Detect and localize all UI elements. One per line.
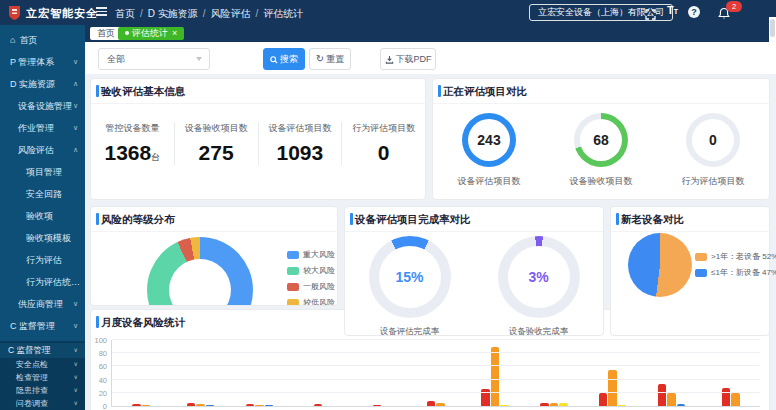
close-icon[interactable]: ×	[172, 28, 177, 38]
sidebar-submenu-item[interactable]: 问卷调查∨	[0, 397, 85, 410]
chevron-up-icon: ∧	[73, 139, 78, 161]
gauge-chart: 15%	[369, 236, 451, 318]
monthly-bar-plot: 2023-102023-112023-122024-012024-022024-…	[111, 340, 760, 407]
y-axis-tick-label: 20	[91, 389, 107, 398]
legend-label: ≤1年：新设备 47%	[711, 267, 776, 278]
card-new-old: 新老设备对比 >1年：老设备 52% ≤1年：新设备 47%	[610, 206, 770, 336]
stat-managed-devices: 管控设备数量 1368台	[91, 122, 175, 165]
gauge-row: 15% 设备评估完成率 3% 设备验收完成率	[345, 236, 603, 338]
sidebar-item[interactable]: 设备设施管理∨	[0, 95, 85, 117]
ring-label: 设备验收项目数	[545, 175, 657, 188]
reset-button[interactable]: ↻重置	[309, 48, 351, 70]
sidebar-item[interactable]: D 实施资源∧	[0, 73, 85, 95]
sidebar-menu: ⌂首页P 管理体系∨D 实施资源∧设备设施管理∨作业管理∨风险评估∧项目管理安全…	[0, 25, 85, 337]
bar-较大风险	[550, 403, 559, 406]
bar-group: 2024-04	[465, 340, 524, 406]
sidebar-submenu-item[interactable]: 检查管理∨	[0, 371, 85, 384]
sidebar-submenu-item[interactable]: 安全点检∨	[0, 358, 85, 371]
stat-assessment-items: 设备评估项目数 1093	[259, 122, 343, 165]
font-size-icon[interactable]: TT	[667, 4, 678, 16]
sidebar-item[interactable]: 行为评估统…	[0, 271, 85, 293]
y-axis-tick-label: 80	[91, 349, 107, 358]
gridline	[112, 365, 760, 366]
sidebar-item-label: 项目管理	[26, 167, 62, 177]
sidebar-item[interactable]: 行为评估	[0, 249, 85, 271]
bar-重大风险	[427, 401, 436, 406]
download-pdf-button[interactable]: 下载PDF	[380, 48, 436, 70]
breadcrumb-item[interactable]: 评估统计	[263, 8, 303, 19]
risk-donut-chart	[147, 237, 253, 306]
bar-较低风险	[677, 404, 686, 406]
ring-device-acceptance: 68 设备验收项目数	[545, 113, 657, 188]
sidebar-item-label: 验收项模板	[26, 233, 71, 243]
sidebar-submenu-item[interactable]: 隐患排查∨	[0, 384, 85, 397]
sidebar-item-label: 供应商管理	[18, 299, 63, 309]
menu-collapse-icon[interactable]	[96, 7, 107, 18]
bar-重大风险	[599, 393, 608, 406]
sidebar-submenu-header[interactable]: C 监督管理∨	[0, 343, 85, 358]
chevron-down-icon: ∨	[73, 51, 78, 73]
bar-重大风险	[132, 404, 141, 406]
bar-group: 2023-12	[230, 340, 289, 406]
bar-group: 2024-01	[289, 340, 348, 406]
sidebar-item-label: 首页	[19, 35, 37, 45]
tab-assessment-stats[interactable]: 评估统计×	[118, 27, 184, 40]
home-icon: ⌂	[10, 35, 15, 45]
search-button[interactable]: 搜索	[263, 48, 305, 70]
breadcrumb-item[interactable]: D 实施资源	[148, 8, 198, 19]
sidebar-item[interactable]: C 监督管理∨	[0, 315, 85, 337]
legend-swatch	[287, 299, 299, 307]
ring-chart: 243	[462, 113, 516, 167]
sidebar-item-label: D 实施资源	[10, 79, 55, 89]
sidebar-item-label: 作业管理	[18, 123, 54, 133]
bar-较大风险	[491, 347, 500, 406]
legend-label: >1年：老设备 52%	[711, 251, 776, 262]
bar-较大风险	[667, 393, 676, 406]
bar-较大风险	[255, 405, 264, 406]
bar-group: 2024-07	[642, 340, 701, 406]
stats-row: 管控设备数量 1368台 设备验收项目数 275 设备评估项目数 1093 行为…	[91, 122, 425, 165]
tags-view-bar: 首页 评估统计×	[85, 25, 776, 42]
page-scrollbar[interactable]	[769, 17, 776, 57]
bar-较低风险	[206, 405, 215, 406]
sidebar-item[interactable]: P 管理体系∨	[0, 51, 85, 73]
y-axis-tick-label: 40	[91, 376, 107, 385]
gauge-label: 设备验收完成率	[474, 326, 603, 338]
breadcrumb-item[interactable]: 风险评估	[211, 8, 251, 19]
breadcrumb-separator: /	[140, 8, 143, 19]
ring-value: 0	[686, 113, 740, 167]
sidebar-item[interactable]: 风险评估∧	[0, 139, 85, 161]
bar-重大风险	[314, 404, 323, 406]
gauge-value: 15%	[369, 236, 451, 318]
sidebar-item[interactable]: 供应商管理∨	[0, 293, 85, 315]
filter-toolbar: 全部 搜索 ↻重置 下载PDF	[85, 42, 776, 74]
sidebar-item-label: 问卷调查	[16, 399, 48, 408]
scrollbar-thumb[interactable]	[770, 19, 775, 37]
help-icon[interactable]: ?	[688, 6, 700, 18]
filter-select[interactable]: 全部	[98, 48, 210, 70]
fullscreen-icon[interactable]	[645, 6, 656, 24]
sidebar-item[interactable]: 项目管理	[0, 161, 85, 183]
bar-较大风险	[731, 393, 740, 406]
legend-item: 重大风险	[287, 249, 335, 260]
bar-较大风险	[608, 370, 617, 406]
sidebar-item-label: 安全点检	[16, 360, 48, 369]
breadcrumb-item[interactable]: 首页	[115, 8, 135, 19]
legend-swatch	[695, 269, 707, 277]
stat-label: 行为评估项目数	[342, 122, 425, 135]
sidebar-item[interactable]: 验收项	[0, 205, 85, 227]
sidebar: ⌂首页P 管理体系∨D 实施资源∧设备设施管理∨作业管理∨风险评估∧项目管理安全…	[0, 25, 85, 410]
card-basic-info: 验收评估基本信息 管控设备数量 1368台 设备验收项目数 275 设备评估项目…	[90, 78, 426, 200]
sidebar-item-label: 隐患排查	[16, 386, 48, 395]
sidebar-item-label: P 管理体系	[10, 57, 54, 67]
sidebar-item-label: 风险评估	[18, 145, 54, 155]
gridline	[112, 339, 760, 340]
sidebar-item[interactable]: ⌂首页	[0, 29, 85, 51]
sidebar-item[interactable]: 验收项模板	[0, 227, 85, 249]
sidebar-item[interactable]: 安全回路	[0, 183, 85, 205]
app-window: 立宏智能安全 首页/D 实施资源/风险评估/评估统计 立宏安全设备（上海）有限公…	[0, 0, 776, 410]
bar-较低风险	[265, 405, 274, 406]
new-old-pie-chart	[628, 233, 692, 297]
sidebar-item[interactable]: 作业管理∨	[0, 117, 85, 139]
bar-group: 2024-06	[583, 340, 642, 406]
